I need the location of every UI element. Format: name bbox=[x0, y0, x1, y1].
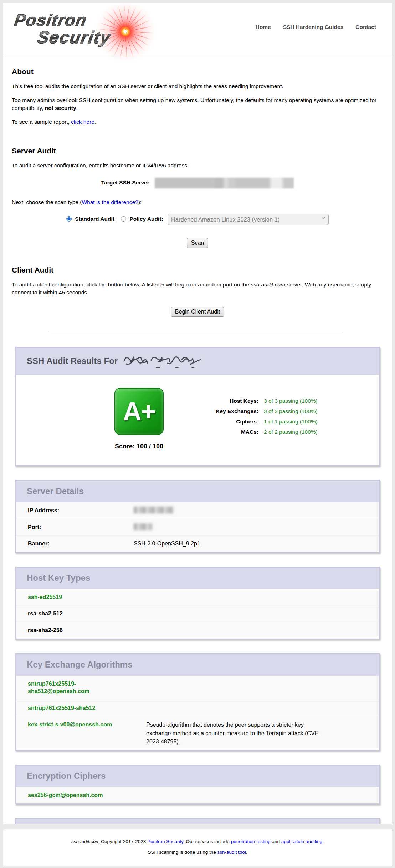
encryption-ciphers-rows: aes256-gcm@openssh.com bbox=[16, 787, 379, 803]
key-exchange-header: Key Exchange Algorithms bbox=[16, 654, 379, 676]
client-audit-button-row: Begin Client Audit bbox=[12, 307, 383, 317]
stat-label: Host Keys: bbox=[199, 396, 258, 406]
results-panel-header: SSH Audit Results For bbox=[16, 348, 379, 375]
algorithm-row: rsa-sha2-512 bbox=[16, 605, 379, 622]
scan-button-row: Scan bbox=[12, 238, 383, 248]
about-paragraph-1: This free tool audits the configuration … bbox=[12, 82, 383, 90]
scan-button[interactable]: Scan bbox=[187, 238, 208, 248]
macs-panel: Message Authentication Codes hmac-sha2-5… bbox=[15, 818, 380, 825]
target-server-row: Target SSH Server: bbox=[12, 178, 383, 188]
grade-column: A+ Score: 100 / 100 bbox=[105, 388, 173, 450]
macs-header: Message Authentication Codes bbox=[16, 819, 379, 825]
about-paragraph-2: Too many admins overlook SSH configurati… bbox=[12, 96, 383, 112]
grade-letter: A+ bbox=[123, 397, 155, 426]
encryption-ciphers-header: Encryption Ciphers bbox=[16, 766, 379, 787]
policy-audit-label[interactable]: Policy Audit: bbox=[129, 216, 163, 222]
stat-row: MACs:2 of 2 passing (100%) bbox=[199, 427, 318, 437]
detail-row: Banner:SSH-2.0-OpenSSH_9.2p1 bbox=[16, 535, 379, 552]
logo-text-security: Security bbox=[36, 27, 112, 47]
site-footer: sshaudit.com Copyright 2017-2023 Positro… bbox=[3, 829, 392, 866]
scan-type-options-row: Standard Audit Policy Audit: Hardened Am… bbox=[12, 214, 383, 225]
detail-label: IP Address: bbox=[28, 507, 134, 514]
redacted-hostname-scribble bbox=[122, 353, 202, 369]
penetration-testing-link[interactable]: penetration testing bbox=[231, 839, 271, 844]
policy-audit-radio[interactable] bbox=[121, 216, 126, 222]
algorithm-description: Pseudo-algorithm that denotes the peer s… bbox=[129, 721, 372, 746]
host-key-types-header: Host Key Types bbox=[16, 568, 379, 589]
algorithm-name: ssh-ed25519 bbox=[28, 593, 129, 601]
algorithm-name: rsa-sha2-256 bbox=[28, 626, 129, 634]
positron-security-link[interactable]: Positron Security bbox=[147, 839, 183, 844]
server-details-rows: IP Address:Port:Banner:SSH-2.0-OpenSSH_9… bbox=[16, 502, 379, 552]
not-security-bold: not security bbox=[45, 105, 76, 111]
policy-select[interactable]: Hardened Amazon Linux 2023 (version 1) bbox=[168, 214, 329, 225]
standard-audit-radio[interactable] bbox=[66, 216, 72, 222]
server-details-panel: Server Details IP Address:Port:Banner:SS… bbox=[15, 480, 380, 553]
redacted-value bbox=[134, 507, 174, 513]
about-title: About bbox=[12, 67, 383, 76]
stat-row: Host Keys:3 of 3 passing (100%) bbox=[199, 396, 318, 406]
host-key-types-rows: ssh-ed25519rsa-sha2-512rsa-sha2-256 bbox=[16, 589, 379, 639]
nav-link-ssh-hardening-guides[interactable]: SSH Hardening Guides bbox=[283, 24, 344, 30]
about-paragraph-3: To see a sample report, click here. bbox=[12, 118, 383, 126]
encryption-ciphers-panel: Encryption Ciphers aes256-gcm@openssh.co… bbox=[15, 765, 380, 804]
algorithm-name: sntrup761x25519-sha512 bbox=[28, 704, 129, 712]
main-nav: Home SSH Hardening Guides Contact bbox=[256, 24, 376, 30]
algorithm-name: rsa-sha2-512 bbox=[28, 610, 129, 618]
results-stats: Host Keys:3 of 3 passing (100%)Key Excha… bbox=[199, 388, 318, 450]
stat-row: Key Exchanges:3 of 3 passing (100%) bbox=[199, 406, 318, 416]
client-audit-paragraph: To audit a client configuration, click t… bbox=[12, 281, 383, 296]
algorithm-row: sntrup761x25519-sha512 bbox=[16, 700, 379, 716]
detail-row: Port: bbox=[16, 519, 379, 535]
site-header: Positron Security Home SSH Hardening Gui… bbox=[3, 3, 392, 56]
key-exchange-panel: Key Exchange Algorithms sntrup761x25519-… bbox=[15, 653, 380, 751]
stat-value: 2 of 2 passing (100%) bbox=[258, 427, 318, 437]
detail-label: Port: bbox=[28, 523, 134, 531]
sshaudit-com-italic: sshaudit.com bbox=[71, 839, 100, 844]
detail-label: Banner: bbox=[28, 540, 134, 548]
stat-value: 3 of 3 passing (100%) bbox=[258, 396, 318, 406]
nav-link-contact[interactable]: Contact bbox=[355, 24, 376, 30]
policy-select-wrap: Hardened Amazon Linux 2023 (version 1) ˅ bbox=[165, 214, 329, 225]
footer-copyright-line: sshaudit.com Copyright 2017-2023 Positro… bbox=[3, 839, 392, 844]
ssh-audit-tool-link[interactable]: ssh-audit tool bbox=[217, 849, 246, 855]
detail-row: IP Address: bbox=[16, 502, 379, 519]
scan-type-row: Next, choose the scan type (What is the … bbox=[12, 198, 383, 206]
stat-label: Key Exchanges: bbox=[199, 406, 258, 416]
detail-value: SSH-2.0-OpenSSH_9.2p1 bbox=[134, 540, 200, 548]
server-audit-title: Server Audit bbox=[12, 147, 383, 155]
algorithm-name: kex-strict-s-v00@openssh.com bbox=[28, 721, 129, 729]
algorithm-name: aes256-gcm@openssh.com bbox=[28, 791, 129, 799]
ssh-audit-com-italic: ssh-audit.com bbox=[251, 281, 285, 288]
scan-type-difference-link[interactable]: What is the difference? bbox=[82, 199, 138, 205]
section-divider bbox=[51, 333, 344, 333]
begin-client-audit-button[interactable]: Begin Client Audit bbox=[171, 307, 224, 317]
score-label: Score: 100 / 100 bbox=[105, 443, 173, 450]
logo-text-positron: Positron bbox=[13, 10, 88, 30]
host-key-types-panel: Host Key Types ssh-ed25519rsa-sha2-512rs… bbox=[15, 567, 380, 640]
algorithm-row: aes256-gcm@openssh.com bbox=[16, 787, 379, 803]
algorithm-row: rsa-sha2-256 bbox=[16, 622, 379, 639]
stat-value: 1 of 1 passing (100%) bbox=[258, 416, 318, 427]
nav-link-home[interactable]: Home bbox=[256, 24, 271, 30]
algorithm-row: ssh-ed25519 bbox=[16, 589, 379, 605]
ssh-audit-results-panel: SSH Audit Results For A+ Score: 100 / 10… bbox=[15, 347, 380, 466]
algorithm-row: kex-strict-s-v00@openssh.comPseudo-algor… bbox=[16, 716, 379, 750]
target-ssh-server-label: Target SSH Server: bbox=[101, 179, 151, 186]
algorithm-name: sntrup761x25519-sha512@openssh.com bbox=[28, 680, 129, 695]
redacted-value bbox=[134, 523, 152, 530]
stat-label: Ciphers: bbox=[199, 416, 258, 427]
results-panel-body: A+ Score: 100 / 100 Host Keys:3 of 3 pas… bbox=[16, 375, 379, 465]
standard-audit-label[interactable]: Standard Audit bbox=[75, 216, 114, 222]
server-details-header: Server Details bbox=[16, 481, 379, 502]
application-auditing-link[interactable]: application auditing bbox=[281, 839, 323, 844]
grade-badge: A+ bbox=[114, 388, 164, 435]
sample-report-link[interactable]: click here bbox=[71, 119, 94, 125]
algorithm-row: sntrup761x25519-sha512@openssh.com bbox=[16, 676, 379, 700]
client-audit-title: Client Audit bbox=[12, 266, 383, 274]
stat-row: Ciphers:1 of 1 passing (100%) bbox=[199, 416, 318, 427]
server-audit-intro: To audit a server configuration, enter i… bbox=[12, 162, 383, 169]
main-content-card: Positron Security Home SSH Hardening Gui… bbox=[3, 3, 392, 824]
footer-scanning-line: SSH scanning is done using the ssh-audit… bbox=[3, 849, 392, 855]
target-ssh-server-input[interactable] bbox=[155, 178, 294, 188]
